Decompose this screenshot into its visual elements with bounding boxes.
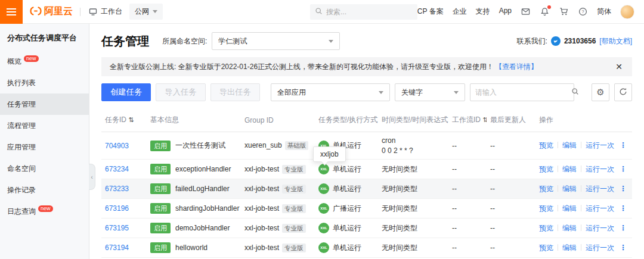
sidebar-item[interactable]: 日志查询new — [0, 201, 89, 222]
table-row: 673194 启用 helloworld xxl-job-test专业版 XXL… — [101, 238, 632, 258]
divider — [558, 142, 558, 148]
export-task-button[interactable]: 导出任务 — [210, 83, 260, 101]
sidebar-item[interactable]: 应用管理 — [0, 136, 89, 158]
keyword-search-field[interactable] — [470, 83, 574, 101]
dingtalk-icon — [551, 36, 561, 46]
action-link[interactable]: 运行一次 — [586, 185, 614, 193]
more-actions-icon[interactable]: ⋮ — [620, 244, 627, 252]
action-link[interactable]: 运行一次 — [586, 165, 614, 173]
task-id-link[interactable]: 673194 — [105, 244, 129, 252]
language-switch[interactable]: 简体 — [597, 7, 611, 17]
global-search-input[interactable] — [326, 8, 419, 16]
notice-banner: 全新专业版公测上线: 全新专业版于2022-01-26正式公测上线，带来全新的可… — [101, 57, 632, 76]
app-filter-select[interactable]: 全部应用 — [271, 83, 390, 101]
more-actions-icon[interactable]: ⋮ — [620, 165, 627, 173]
action-link[interactable]: 预览 — [539, 185, 553, 193]
action-link[interactable]: 预览 — [539, 244, 553, 252]
more-actions-icon[interactable]: ⋮ — [620, 204, 627, 213]
action-link[interactable]: 运行一次 — [586, 204, 614, 213]
last-updater: -- — [487, 199, 535, 219]
task-id-link[interactable]: 673233 — [105, 185, 129, 193]
action-link[interactable]: 编辑 — [562, 185, 577, 193]
new-badge: new — [24, 55, 39, 62]
table-row: 673233 启用 failedLogHandler xxl-job-test专… — [101, 179, 632, 199]
action-link[interactable]: 运行一次 — [586, 141, 614, 149]
refresh-button[interactable] — [614, 83, 632, 101]
action-link[interactable]: 编辑 — [562, 165, 577, 173]
namespace-select[interactable]: 学仁测试 — [212, 32, 340, 50]
aliyun-logo[interactable]: 阿里云 — [30, 5, 73, 18]
workflow-id: -- — [448, 238, 487, 258]
more-actions-icon[interactable]: ⋮ — [620, 141, 627, 149]
workbench-link[interactable]: 工作台 — [88, 7, 122, 17]
create-task-button[interactable]: 创建任务 — [101, 83, 151, 101]
run-type: 单机运行 — [333, 164, 361, 174]
time-expression: 0 0 2 * * ? — [382, 146, 445, 155]
sidebar-item[interactable]: 命名空间 — [0, 158, 89, 179]
action-link[interactable]: 编辑 — [562, 141, 577, 149]
task-id-link[interactable]: 673234 — [105, 165, 129, 173]
task-id-link[interactable]: 704903 — [105, 142, 129, 150]
time-type: cron — [382, 136, 445, 145]
time-type: 无时间类型 — [382, 184, 445, 194]
sidebar-item[interactable]: 流程管理 — [0, 115, 89, 136]
sidebar-item[interactable]: 概览new — [0, 51, 89, 72]
keyword-type-select[interactable]: 关键字 — [395, 83, 465, 101]
keyword-search-input[interactable] — [475, 88, 568, 96]
keyword-type-value: 关键字 — [401, 88, 423, 98]
topbar-link[interactable]: 支持 — [476, 7, 490, 17]
column-header: Group ID — [241, 108, 315, 132]
task-table: 任务ID ⇅基本信息Group ID任务类型/执行方式时间类型/时间表达式工作流… — [101, 108, 632, 259]
topbar-link[interactable]: App — [499, 7, 512, 17]
hamburger-menu-icon[interactable] — [0, 0, 23, 24]
more-actions-icon[interactable]: ⋮ — [620, 185, 627, 193]
bell-icon[interactable] — [540, 7, 550, 17]
last-updater: -- — [487, 160, 535, 179]
last-updater: -- — [487, 179, 535, 199]
edition-badge: 基础版 — [285, 141, 309, 150]
action-link[interactable]: 编辑 — [562, 204, 577, 213]
workbench-label: 工作台 — [101, 7, 122, 17]
topbar-link[interactable]: 企业 — [453, 7, 467, 17]
avatar[interactable] — [620, 5, 634, 19]
message-icon[interactable] — [521, 7, 531, 17]
divider — [581, 166, 581, 172]
column-header[interactable]: 任务ID ⇅ — [101, 108, 147, 132]
sort-icon[interactable]: ⇅ — [128, 116, 134, 123]
sidebar-item[interactable]: 任务管理 — [0, 93, 89, 115]
import-task-button[interactable]: 导入任务 — [156, 83, 205, 101]
help-doc-link[interactable]: [帮助文档] — [599, 36, 632, 46]
task-id-link[interactable]: 673196 — [105, 204, 129, 213]
action-link[interactable]: 预览 — [539, 224, 553, 232]
settings-button[interactable]: ⚙ — [592, 83, 609, 101]
sidebar-item[interactable]: 操作记录 — [0, 179, 89, 201]
action-link[interactable]: 编辑 — [562, 224, 577, 232]
last-updater: -- — [487, 219, 535, 238]
action-link[interactable]: 预览 — [539, 165, 553, 173]
sort-icon[interactable]: ⇅ — [482, 116, 487, 123]
sidebar-title: 分布式任务调度平台 — [0, 24, 89, 51]
topbar-link[interactable]: ICP 备案 — [416, 7, 444, 17]
action-link[interactable]: 运行一次 — [586, 244, 614, 252]
close-icon[interactable]: ✕ — [614, 62, 624, 71]
action-link[interactable]: 预览 — [539, 141, 553, 149]
table-row: 673196 启用 shardingJobHandler xxl-job-tes… — [101, 199, 632, 219]
sidebar-item-label: 命名空间 — [7, 164, 36, 173]
action-link[interactable]: 预览 — [539, 204, 553, 213]
sidebar-item-label: 执行列表 — [7, 79, 36, 87]
action-link[interactable]: 编辑 — [562, 244, 577, 252]
gear-icon: ⚙ — [596, 87, 604, 98]
column-header[interactable]: 工作流ID ⇅ — [448, 108, 487, 132]
more-actions-icon[interactable]: ⋮ — [620, 224, 627, 232]
xxl-job-icon: XXL — [318, 223, 329, 233]
action-link[interactable]: 运行一次 — [586, 224, 614, 232]
last-updater: -- — [487, 238, 535, 258]
help-icon[interactable]: ? — [578, 7, 588, 17]
sidebar-collapse-handle[interactable]: ‹ — [89, 164, 95, 190]
notice-detail-link[interactable]: 【查看详情】 — [495, 62, 538, 72]
global-search[interactable] — [310, 4, 417, 20]
sidebar-item[interactable]: 执行列表 — [0, 72, 89, 93]
network-select[interactable]: 公网 — [129, 4, 163, 20]
task-id-link[interactable]: 673195 — [105, 224, 129, 232]
cart-icon[interactable] — [559, 7, 569, 17]
